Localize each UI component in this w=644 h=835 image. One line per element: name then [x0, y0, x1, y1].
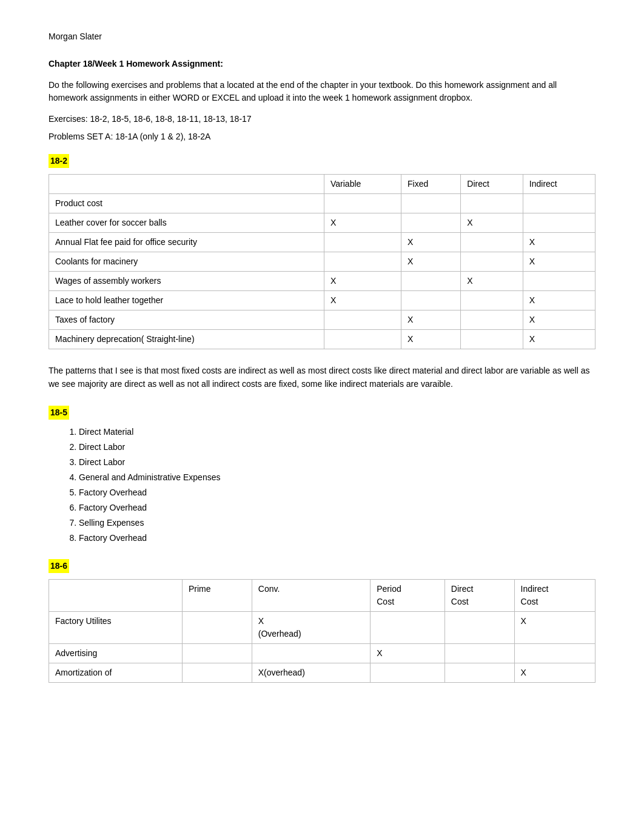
table-row: Taxes of factory X X [49, 310, 595, 330]
section-label-18-5: 18-5 [49, 406, 69, 420]
section-label-18-6: 18-6 [49, 559, 69, 573]
section-18-5: 18-5 Direct Material Direct Labor Direct… [49, 406, 595, 545]
table-18-2: Variable Fixed Direct Indirect Product c… [49, 174, 595, 349]
list-18-5: Direct Material Direct Labor Direct Labo… [49, 426, 595, 545]
problems-line: Problems SET A: 18-1A (only 1 & 2), 18-2… [49, 130, 595, 143]
table-row: Leather cover for soccer balls X X [49, 213, 595, 233]
table-row: Advertising X [49, 643, 595, 663]
list-item: General and Administrative Expenses [79, 471, 595, 484]
exercises-line: Exercises: 18-2, 18-5, 18-6, 18-8, 18-11… [49, 113, 595, 126]
list-item: Factory Overhead [79, 501, 595, 514]
list-item: Selling Expenses [79, 517, 595, 529]
list-item: Direct Labor [79, 456, 595, 469]
table-row: Factory Utilites X(Overhead) X [49, 611, 595, 643]
list-item: Factory Overhead [79, 532, 595, 545]
table-row: Lace to hold leather together X X [49, 291, 595, 310]
table-row: Wages of assembly workers X X [49, 272, 595, 291]
table-row: Amortization of X(overhead) X [49, 663, 595, 682]
list-item: Direct Labor [79, 441, 595, 454]
table-18-6: Prime Conv. PeriodCost DirectCost Indire… [49, 579, 595, 683]
chapter-title: Chapter 18/Week 1 Homework Assignment: [49, 58, 595, 70]
table-row: Prime Conv. PeriodCost DirectCost Indire… [49, 579, 595, 611]
section-label-18-2: 18-2 [49, 154, 69, 168]
list-item: Direct Material [79, 426, 595, 438]
section-18-6: 18-6 Prime Conv. PeriodCost DirectCost I… [49, 559, 595, 683]
table-row: Coolants for macinery X X [49, 252, 595, 272]
table-row: Variable Fixed Direct Indirect [49, 175, 595, 194]
table-row: Machinery deprecation( Straight-line) X … [49, 330, 595, 349]
table-row: Annual Flat fee paid for office security… [49, 233, 595, 252]
intro-text: Do the following exercises and problems … [49, 79, 595, 104]
author-name: Morgan Slater [49, 30, 595, 43]
list-item: Factory Overhead [79, 486, 595, 499]
table-row: Product cost [49, 194, 595, 213]
analysis-18-2: The patterns that I see is that most fix… [49, 364, 595, 391]
section-18-2: 18-2 Variable Fixed Direct Indirect Prod… [49, 154, 595, 349]
